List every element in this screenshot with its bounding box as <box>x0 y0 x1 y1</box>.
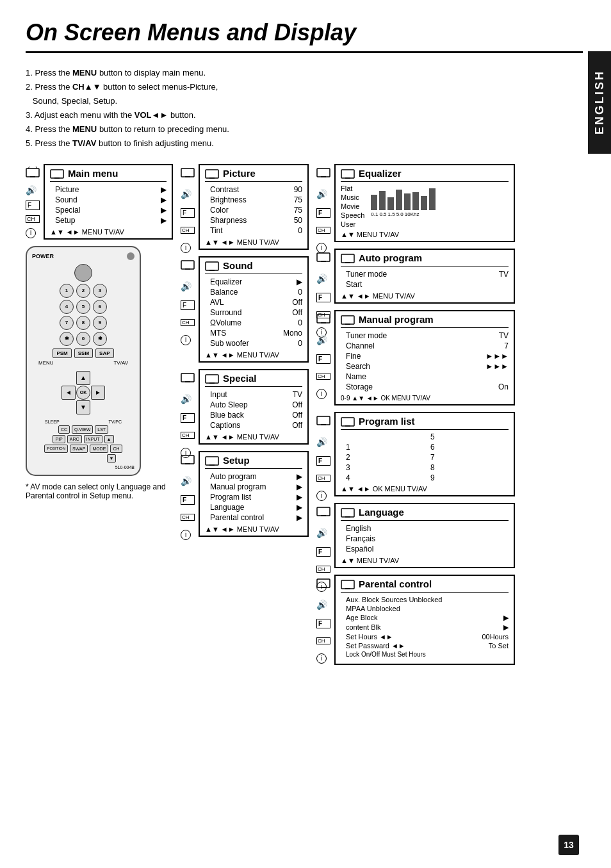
ap-tunermode: Tuner modeTV <box>341 269 509 279</box>
mp-menu-title: Manual program <box>359 314 434 325</box>
mode-button[interactable]: MODE <box>90 445 108 453</box>
special-menu-container: 🔊 F CH i Special InputTV Auto SleepOff B… <box>199 369 309 445</box>
remote-top: POWER <box>32 252 134 260</box>
picture-menu-title: Picture <box>223 168 256 179</box>
lang-sound-icon: 🔊 <box>316 528 330 538</box>
sound-menu-title: Sound <box>223 260 253 271</box>
picture-info-icon: i <box>181 243 191 253</box>
remote-row-0: ✱ 0 ✱ <box>32 332 134 346</box>
svg-rect-12 <box>206 262 218 270</box>
sap-button[interactable]: SAP <box>95 348 113 358</box>
eq-menu-tv-icon <box>341 168 355 179</box>
eq-bar-2 <box>379 191 386 210</box>
btn-1[interactable]: 1 <box>60 284 74 298</box>
setup-manualprogram: Manual program▶ <box>205 482 302 492</box>
psm-button[interactable]: PSM <box>53 348 71 358</box>
info-icon: i <box>26 228 36 238</box>
ch-button[interactable]: CH <box>110 445 122 453</box>
setup-menu-container: 🔊 F CH i Setup Auto program▶ Manual prog… <box>199 451 309 537</box>
lang-menu-footer: ▲▼ MENU TV/AV <box>341 557 509 564</box>
nav-up-button[interactable]: ▲ <box>76 371 90 385</box>
qview-button[interactable]: Q.VIEW <box>72 425 93 434</box>
pl-item-2: 2 <box>341 453 424 462</box>
sleep-label: SLEEP <box>45 420 60 424</box>
eq-bar-5 <box>404 193 411 210</box>
btn-star-left[interactable]: ✱ <box>60 332 74 346</box>
nav-left-button[interactable]: ◄ <box>61 386 76 400</box>
nav-down-button[interactable]: ▼ <box>76 400 90 414</box>
main-content: On Screen Menus and Display 1. Press the… <box>26 19 583 671</box>
picture-brightness: Brightness75 <box>205 195 302 205</box>
input-button[interactable]: INPUT <box>84 435 102 443</box>
instruction-3: 3. Adjust each menu with the VOL◄► butto… <box>26 108 295 122</box>
ap-start: Start <box>341 279 509 290</box>
lang-espanol: Español <box>341 544 509 554</box>
ap-menu-footer: ▲▼ ◄► MENU TV/AV <box>341 292 509 300</box>
btn-6[interactable]: 6 <box>93 300 107 314</box>
btn-5[interactable]: 5 <box>76 300 90 314</box>
lst-button[interactable]: LST <box>95 425 108 434</box>
eq-tv-icon <box>316 167 330 180</box>
special-sound-icon: 🔊 <box>181 394 195 404</box>
lang-ch-icon: CH <box>316 566 330 573</box>
pc-content-blk: content Blk▶ <box>341 623 509 632</box>
swap-button[interactable]: SWAP <box>70 445 88 453</box>
pip-button[interactable]: PIP <box>53 435 65 443</box>
remote-code-label: 510-004B <box>115 465 134 470</box>
lang-tv-icon <box>316 505 330 519</box>
picture-menu-box: Picture Contrast90 Brightness75 Color75 … <box>199 164 309 250</box>
cc-button[interactable]: CC <box>58 425 70 434</box>
menu-label: MENU <box>38 360 54 366</box>
eq-bar-4 <box>396 190 402 210</box>
main-menu-tv-icon <box>50 168 64 179</box>
manual-program-menu-box: Manual program Tuner modeTV Channel7 Fin… <box>334 310 515 405</box>
pl-item-1: 1 <box>341 443 424 452</box>
lang-menu-header: Language <box>341 507 509 521</box>
sound-side-icons: 🔊 F CH i <box>181 259 195 345</box>
svg-rect-44 <box>341 580 354 589</box>
btn-3[interactable]: 3 <box>93 284 107 298</box>
nav-ok-button[interactable]: OK <box>76 386 90 400</box>
pc-set-hours: Set Hours ◄►00Hours <box>341 632 509 641</box>
pl-menu-title: Program list <box>359 416 415 427</box>
btn-4[interactable]: 4 <box>60 300 74 314</box>
mp-menu-tv-icon <box>341 314 355 325</box>
instruction-5: 5. Press the TV/AV button to finish adju… <box>26 136 295 151</box>
btn-2[interactable]: 2 <box>76 284 90 298</box>
tvpc-label: TV/PC <box>108 420 122 424</box>
btn-9[interactable]: 9 <box>93 316 107 330</box>
special-captions: CaptionsOff <box>205 420 302 430</box>
arc-button[interactable]: ARC <box>67 435 82 443</box>
power-button[interactable] <box>74 264 92 282</box>
btn-star-right[interactable]: ✱ <box>93 332 107 346</box>
down-button[interactable]: ▼ <box>107 454 117 463</box>
btn-8[interactable]: 8 <box>76 316 90 330</box>
menu-tvav-labels: MENU TV/AV <box>32 360 134 366</box>
right-column: 🔊 F CH i Equalizer Flat Music Movie <box>316 164 515 671</box>
remote-row-2: 4 5 6 <box>32 300 134 314</box>
up-button[interactable]: ▲ <box>104 435 114 443</box>
btn-7[interactable]: 7 <box>60 316 74 330</box>
ssm-button[interactable]: SSM <box>74 348 93 358</box>
nav-cross: ▲ ◄ OK ► ▼ <box>61 371 105 414</box>
pc-sound-icon: 🔊 <box>316 600 330 610</box>
mp-name: Name <box>341 372 509 382</box>
lang-menu-title: Language <box>359 507 404 518</box>
special-blueback: Blue backOff <box>205 410 302 420</box>
ch-icon: CH <box>26 215 40 223</box>
position-button[interactable]: POSITION <box>44 445 68 453</box>
eq-options: Flat Music Movie Speech User <box>341 184 364 228</box>
svg-rect-38 <box>317 507 330 516</box>
sound-surround: SurroundOff <box>205 307 302 318</box>
lang-menu-tv-icon <box>341 507 355 518</box>
svg-rect-36 <box>341 418 354 426</box>
special-side-icons: 🔊 F CH i <box>181 372 195 458</box>
eq-music: Music <box>341 193 364 201</box>
remote-down-row: ▼ <box>32 454 134 463</box>
pl-grid: 5 16 27 38 49 <box>341 432 509 482</box>
eq-content: Flat Music Movie Speech User <box>341 184 509 228</box>
btn-0[interactable]: 0 <box>76 332 90 346</box>
lang-film-icon: F <box>316 547 330 557</box>
program-list-menu-container: 🔊 F CH i Program list 5 16 27 38 <box>334 412 515 496</box>
nav-right-button[interactable]: ► <box>91 386 105 400</box>
